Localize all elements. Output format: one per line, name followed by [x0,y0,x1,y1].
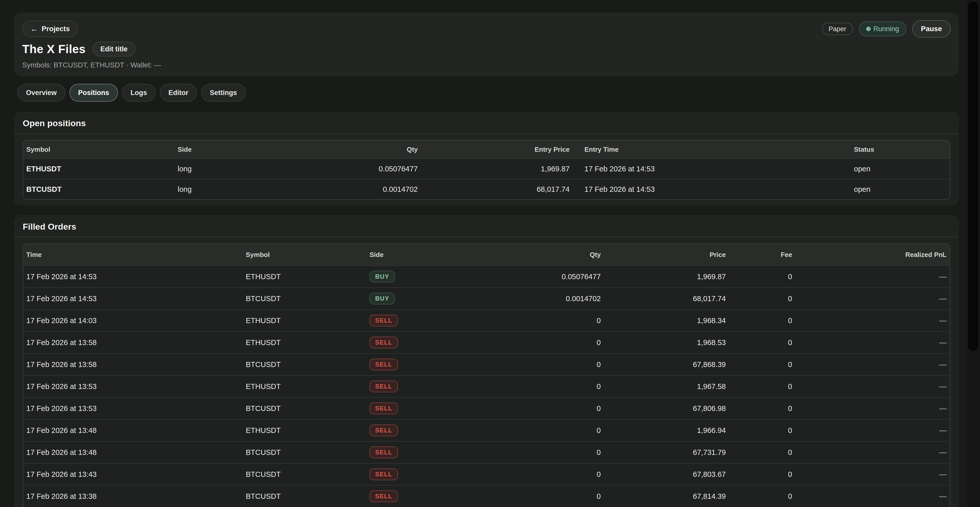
column-header-fee: Fee [729,251,795,259]
cell-side: SELL [366,424,471,436]
cell-symbol: ETHUSDT [23,165,175,173]
cell-price: 1,968.34 [604,316,729,325]
cell-qty: 0 [471,470,604,479]
cell-side: SELL [366,403,471,414]
cell-side: long [175,185,305,194]
column-header-entry-time: Entry Time [573,145,851,153]
cell-time: 17 Feb 2026 at 13:43 [23,470,243,479]
filled-order-row: 17 Feb 2026 at 14:03ETHUSDTSELL01,968.34… [23,309,950,331]
cell-entry_price: 68,017.74 [421,185,573,194]
open-positions-table: SymbolSideQtyEntry PriceEntry TimeStatus… [23,140,950,200]
cell-qty: 0.0014702 [305,185,421,194]
filled-order-row: 17 Feb 2026 at 14:53ETHUSDTBUY0.05076477… [23,265,950,287]
open-positions-body: ETHUSDTlong0.050764771,969.8717 Feb 2026… [23,158,950,199]
page-title: The X Files [22,42,86,56]
column-header-qty: Qty [471,251,604,259]
sell-badge: SELL [369,315,398,327]
cell-time: 17 Feb 2026 at 13:48 [23,426,243,435]
cell-fee: 0 [729,316,795,325]
cell-price: 67,803.67 [604,470,729,479]
scrollbar-thumb[interactable] [968,2,978,351]
tab-editor[interactable]: Editor [160,84,197,102]
tab-positions[interactable]: Positions [69,84,118,102]
cell-symbol: BTCUSDT [243,492,366,501]
open-position-row: ETHUSDTlong0.050764771,969.8717 Feb 2026… [23,158,950,179]
cell-symbol: BTCUSDT [23,185,175,194]
cell-symbol: ETHUSDT [243,338,366,347]
cell-fee: 0 [729,492,795,501]
cell-entry_price: 1,969.87 [421,165,573,173]
cell-status: open [851,185,950,194]
cell-symbol: ETHUSDT [243,316,366,325]
page: ← Projects Paper Running Pause The X Fil… [0,13,980,507]
running-status-badge: Running [859,21,906,36]
cell-time: 17 Feb 2026 at 13:53 [23,383,243,391]
cell-side: SELL [366,359,471,370]
column-header-symbol: Symbol [243,251,366,259]
title-row: The X Files Edit title [22,41,951,56]
cell-qty: 0 [471,360,604,369]
cell-fee: 0 [729,360,795,369]
header-actions: Paper Running Pause [822,20,951,38]
filled-order-row: 17 Feb 2026 at 13:48BTCUSDTSELL067,731.7… [23,441,950,463]
cell-realized_pnl: — [795,404,950,413]
cell-price: 67,868.39 [604,360,729,369]
filled-orders-table-wrap: TimeSymbolSideQtyPriceFeeRealized PnL 17… [14,237,958,507]
cell-price: 67,806.98 [604,404,729,413]
cell-entry_time: 17 Feb 2026 at 14:53 [573,165,851,173]
cell-symbol: BTCUSDT [243,404,366,413]
cell-side: SELL [366,336,471,348]
cell-fee: 0 [729,338,795,347]
cell-symbol: ETHUSDT [243,273,366,281]
cell-fee: 0 [729,448,795,457]
tab-overview[interactable]: Overview [18,84,65,102]
cell-symbol: BTCUSDT [243,470,366,479]
cell-realized_pnl: — [795,426,950,435]
cell-qty: 0 [471,316,604,325]
back-button-label: Projects [41,25,70,33]
cell-price: 1,967.58 [604,383,729,391]
edit-title-button[interactable]: Edit title [93,41,135,56]
open-positions-table-wrap: SymbolSideQtyEntry PriceEntry TimeStatus… [14,134,958,205]
paper-mode-badge: Paper [822,23,853,35]
filled-order-row: 17 Feb 2026 at 13:58ETHUSDTSELL01,968.53… [23,331,950,353]
pause-button[interactable]: Pause [912,20,951,38]
sell-badge: SELL [369,381,398,392]
open-positions-title: Open positions [14,112,958,133]
sell-badge: SELL [369,359,398,370]
back-to-projects-button[interactable]: ← Projects [22,21,78,37]
cell-qty: 0.05076477 [305,165,421,173]
cell-time: 17 Feb 2026 at 14:03 [23,316,243,325]
cell-fee: 0 [729,383,795,391]
filled-order-row: 17 Feb 2026 at 13:48ETHUSDTSELL01,966.94… [23,419,950,441]
cell-fee: 0 [729,470,795,479]
project-subtitle: Symbols: BTCUSDT, ETHUSDT · Wallet: — [22,61,951,69]
cell-realized_pnl: — [795,316,950,325]
scrollbar-track[interactable] [966,0,980,507]
cell-side: BUY [366,293,471,305]
sell-badge: SELL [369,403,398,414]
cell-symbol: ETHUSDT [243,426,366,435]
open-positions-section: Open positions SymbolSideQtyEntry PriceE… [14,112,959,205]
column-header-realized-pnl: Realized PnL [795,251,950,259]
cell-time: 17 Feb 2026 at 14:53 [23,295,243,303]
cell-side: SELL [366,381,471,392]
column-header-entry-price: Entry Price [421,145,573,153]
cell-qty: 0 [471,448,604,457]
sell-badge: SELL [369,490,398,502]
cell-side: SELL [366,490,471,502]
cell-time: 17 Feb 2026 at 13:58 [23,338,243,347]
cell-fee: 0 [729,295,795,303]
column-header-side: Side [366,251,471,259]
cell-side: long [175,165,305,173]
cell-price: 67,814.39 [604,492,729,501]
cell-time: 17 Feb 2026 at 13:58 [23,360,243,369]
cell-realized_pnl: — [795,448,950,457]
cell-fee: 0 [729,273,795,281]
cell-entry_time: 17 Feb 2026 at 14:53 [573,185,851,194]
cell-side: SELL [366,446,471,458]
cell-realized_pnl: — [795,360,950,369]
sell-badge: SELL [369,424,398,436]
tab-settings[interactable]: Settings [201,84,246,102]
tab-logs[interactable]: Logs [122,84,156,102]
